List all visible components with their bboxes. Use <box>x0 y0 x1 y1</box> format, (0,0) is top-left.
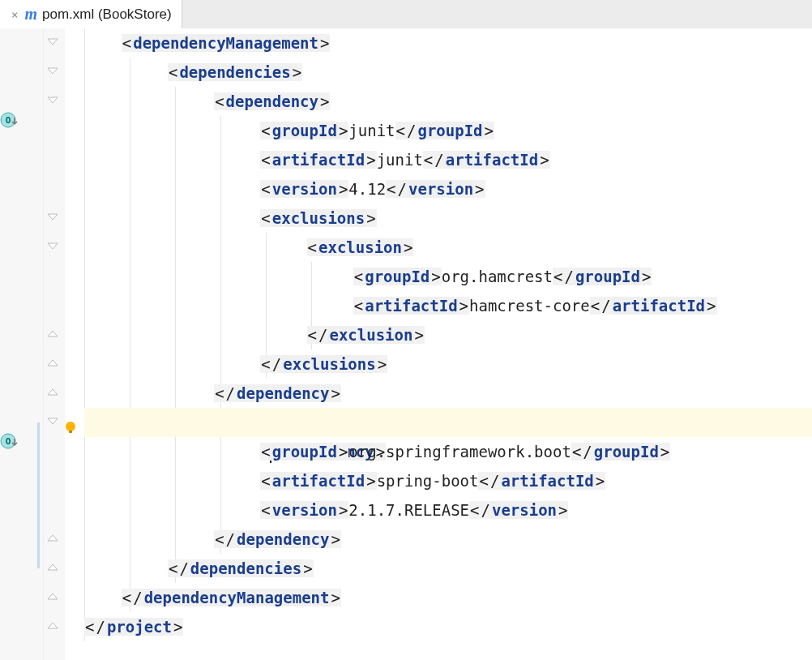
code-line[interactable]: <dependency> <box>84 87 812 116</box>
code-line[interactable]: <dependencies> <box>84 58 812 87</box>
code-line[interactable]: <artifactId>junit</artifactId> <box>84 145 812 174</box>
fold-icon[interactable] <box>47 388 58 400</box>
maven-icon: m <box>24 5 37 24</box>
tab-bar: × m pom.xml (BookStore) <box>0 0 812 28</box>
close-icon[interactable]: × <box>10 8 19 21</box>
fold-icon[interactable] <box>47 330 58 341</box>
fold-icon[interactable] <box>47 418 58 429</box>
fold-icon[interactable] <box>47 213 58 225</box>
code-line[interactable]: <artifactId>spring-boot</artifactId> <box>84 466 812 495</box>
svg-rect-5 <box>69 431 72 433</box>
fold-icon[interactable] <box>47 67 58 79</box>
fold-icon[interactable] <box>47 534 58 546</box>
code-line[interactable]: <artifactId>hamcrest-core</artifactId> <box>84 291 812 320</box>
override-icon[interactable]: O <box>0 432 18 450</box>
code-line[interactable]: </project> <box>84 612 812 641</box>
code-line[interactable]: <exclusion> <box>84 233 812 262</box>
fold-icon[interactable] <box>47 96 58 108</box>
change-marker[interactable] <box>37 422 40 568</box>
fold-gutter <box>44 28 65 660</box>
code-area[interactable]: <dependencyManagement> <dependencies> <d… <box>65 28 812 660</box>
code-line[interactable]: <groupId>org.hamcrest</groupId> <box>84 262 812 291</box>
fold-icon[interactable] <box>47 359 58 371</box>
editor: O O <dependencyManagement> < <box>0 28 812 660</box>
fold-icon[interactable] <box>47 38 58 49</box>
fold-icon[interactable] <box>47 564 58 575</box>
code-line[interactable]: <groupId>org.springframework.boot</group… <box>84 437 812 466</box>
fold-icon[interactable] <box>47 622 58 633</box>
svg-text:O: O <box>6 436 11 447</box>
gutter: O O <box>0 28 44 660</box>
code-line[interactable]: <dependencyManagement> <box>84 28 812 58</box>
code-line[interactable]: <groupId>junit</groupId> <box>84 116 812 145</box>
code-line-current[interactable]: <dependency> <box>84 408 812 437</box>
tab-pom[interactable]: × m pom.xml (BookStore) <box>0 0 182 28</box>
tab-label: pom.xml (BookStore) <box>42 6 172 23</box>
code-line[interactable]: </dependencies> <box>84 554 812 583</box>
intention-bulb-icon[interactable] <box>63 414 78 429</box>
fold-icon[interactable] <box>47 242 58 254</box>
code-line[interactable]: </dependency> <box>84 525 812 554</box>
code-line[interactable]: <version>2.1.7.RELEASE</version> <box>84 495 812 525</box>
code-line[interactable]: </dependency> <box>84 379 812 408</box>
code-line[interactable]: </dependencyManagement> <box>84 583 812 612</box>
svg-text:O: O <box>6 115 11 126</box>
code-line[interactable]: </exclusions> <box>84 349 812 379</box>
svg-point-4 <box>66 422 75 431</box>
code-line[interactable]: </exclusion> <box>84 320 812 349</box>
fold-icon[interactable] <box>47 593 58 604</box>
code-line[interactable]: <exclusions> <box>84 204 812 233</box>
override-icon[interactable]: O <box>0 111 18 129</box>
code-line[interactable]: <version>4.12</version> <box>84 174 812 204</box>
